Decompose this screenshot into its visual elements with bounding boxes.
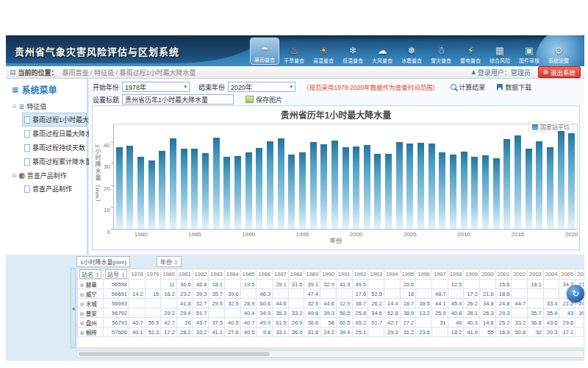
- col-station-sort-button[interactable]: 站名▲▼: [79, 269, 101, 279]
- year-col-1984[interactable]: 1984: [225, 269, 241, 280]
- year-col-1983[interactable]: 1983: [209, 269, 225, 280]
- value-cell-2005: 29.6: [559, 318, 576, 328]
- year-col-2005[interactable]: 2005: [559, 269, 576, 280]
- nav-snow[interactable]: ☃雪灾普查: [426, 38, 456, 65]
- year-col-1989[interactable]: 1989: [304, 269, 320, 280]
- save-image-button[interactable]: 保存图片: [245, 95, 282, 105]
- year-col-1993[interactable]: 1993: [368, 269, 384, 280]
- year-sort-button[interactable]: 年份 ▲▼: [157, 256, 182, 267]
- nav-map-review[interactable]: ▣图件审核: [514, 38, 544, 65]
- sidebar-item[interactable]: 暴雨过程累计降水量: [22, 155, 87, 169]
- risk-icon: ▦: [495, 45, 504, 57]
- expand-icon[interactable]: ⊕: [79, 311, 85, 317]
- tree-group[interactable]: ⊙≣特征值: [6, 99, 87, 113]
- value-cell-1983: 18.1: [209, 280, 225, 289]
- nav-risk[interactable]: ▦综合风险: [485, 38, 514, 65]
- value-cell-2004: 43.6: [543, 318, 559, 328]
- logout-button[interactable]: ⊗ 退出系统: [538, 66, 581, 78]
- breadcrumb-right: ♟ 登录用户：管理员 ⊗ 退出系统: [471, 66, 584, 78]
- table-row-56598[interactable]: ⊕赫章565981136.646.818.119.529.131.539.132…: [78, 280, 585, 289]
- col-id-header[interactable]: 站号▲▼: [103, 269, 129, 280]
- sidebar-item[interactable]: 普查产品制作: [22, 182, 87, 196]
- chart-title-input[interactable]: [122, 94, 234, 105]
- calculate-button[interactable]: 计算结果: [451, 82, 485, 92]
- bar-2007: [429, 144, 435, 229]
- start-year-select[interactable]: 1978年 ▾: [122, 82, 190, 92]
- save-image-label: 保存图片: [256, 95, 282, 105]
- table-row-56691[interactable]: ⊕威宁5669114.21516.223.239.335.739.646.347…: [78, 289, 585, 299]
- sidebar-item[interactable]: 暴雨过程1小时最大降水量: [22, 113, 87, 127]
- sidebar-item[interactable]: 暴雨过程持续天数: [22, 141, 87, 155]
- value-cell-1988: 26.9: [288, 318, 304, 328]
- year-col-1987[interactable]: 1987: [273, 269, 289, 280]
- year-col-1982[interactable]: 1982: [193, 269, 209, 280]
- year-col-2002[interactable]: 2002: [512, 269, 528, 280]
- lightning-icon: ⚡: [467, 45, 473, 57]
- table-body: ⊕赫章565981136.646.818.119.529.131.539.132…: [78, 280, 585, 337]
- year-col-1994[interactable]: 1994: [384, 269, 400, 280]
- year-col-1999[interactable]: 1999: [464, 269, 480, 280]
- nav-lightning[interactable]: ⚡雷电普查: [456, 38, 485, 65]
- year-col-2001[interactable]: 2001: [495, 269, 512, 280]
- nav-settings[interactable]: ⚙系统设置: [544, 38, 573, 65]
- horizontal-scrollbar[interactable]: [76, 350, 584, 358]
- year-col-2003[interactable]: 2003: [528, 269, 544, 280]
- end-year-select[interactable]: 2020年 ▾: [228, 82, 295, 92]
- table-row-56793[interactable]: ⊕盘州5679340.755.542.72643.737.540.540.749…: [78, 318, 585, 328]
- station-name: 普安: [86, 311, 97, 317]
- bar-2001: [364, 145, 370, 229]
- floating-widget-button[interactable]: ↻: [567, 285, 584, 302]
- year-col-1991[interactable]: 1991: [336, 269, 352, 280]
- year-col-1992[interactable]: 1992: [352, 269, 368, 280]
- year-col-1990[interactable]: 1990: [320, 269, 337, 280]
- table-row-56792[interactable]: ⊕普安5679229.229.451.740.434.935.333.249.6…: [78, 308, 585, 318]
- nav-low-temp[interactable]: ❄低温普查: [338, 38, 368, 65]
- year-col-2004[interactable]: 2004: [543, 269, 559, 280]
- nav-drought[interactable]: ♨干旱普查: [279, 38, 309, 65]
- sidebar-item-label: 普查产品制作: [32, 184, 72, 194]
- col-station-header[interactable]: 站名▲▼: [78, 269, 104, 280]
- year-col-1979[interactable]: 1979: [145, 269, 161, 280]
- year-col-1996[interactable]: 1996: [416, 269, 432, 280]
- year-col-2000[interactable]: 2000: [480, 269, 496, 280]
- panel-splitter[interactable]: ◀: [71, 268, 76, 348]
- table-row-56693[interactable]: ⊕水城5669341.832.729.532.528.960.644.632.5…: [78, 299, 585, 308]
- nav-wind[interactable]: ☁大风普查: [368, 38, 397, 65]
- table-toolbar: 1小时降水量(mm) 年份 ▲▼: [76, 256, 182, 267]
- bar-2014: [503, 139, 510, 229]
- value-cell-1994: [384, 289, 400, 299]
- station-id-cell: 56691: [103, 289, 129, 299]
- nav-rainstorm[interactable]: ☔暴雨普查: [250, 38, 279, 65]
- year-col-1980[interactable]: 1980: [161, 269, 177, 280]
- nav-high-temp[interactable]: ☀高温普查: [309, 38, 338, 65]
- value-cell-2006: 45: [576, 318, 584, 328]
- col-id-sort-button[interactable]: 站号▲▼: [105, 269, 127, 279]
- year-col-1998[interactable]: 1998: [448, 269, 464, 280]
- sort-icon: ▲▼: [121, 272, 125, 277]
- expand-icon[interactable]: ⊕: [79, 320, 85, 327]
- measure-select[interactable]: 1小时降水量(mm): [76, 256, 130, 267]
- year-col-1995[interactable]: 1995: [400, 269, 416, 280]
- year-col-1997[interactable]: 1997: [431, 269, 448, 280]
- measure-label: 1小时降水量(mm): [80, 258, 126, 266]
- expand-icon[interactable]: ⊕: [79, 330, 85, 336]
- year-col-1986[interactable]: 1986: [257, 269, 273, 280]
- year-col-1988[interactable]: 1988: [288, 269, 304, 280]
- value-cell-1982: 43.7: [193, 318, 209, 328]
- year-col-1981[interactable]: 1981: [176, 269, 193, 280]
- year-col-1985[interactable]: 1985: [240, 269, 257, 280]
- table-row-57606[interactable]: ⊕桐梓5760640.151.317.228.233.241.127.640.5…: [78, 328, 585, 337]
- sidebar-item[interactable]: 暴雨过程日最大降水量: [22, 127, 87, 141]
- value-cell-2003: 35.7: [528, 308, 544, 318]
- tree-group[interactable]: ⊙普查产品制作: [6, 169, 87, 182]
- scrollbar-thumb[interactable]: [79, 352, 270, 356]
- expand-icon[interactable]: ⊕: [79, 291, 85, 298]
- year-col-1978[interactable]: 1978: [129, 269, 145, 280]
- download-button[interactable]: 数据下载: [497, 82, 531, 92]
- value-cell-1996: [416, 280, 432, 289]
- value-cell-1985: 40.4: [240, 308, 257, 318]
- expand-icon[interactable]: ⊕: [79, 282, 85, 289]
- year-col-2006[interactable]: 2006: [576, 269, 584, 280]
- expand-icon[interactable]: ⊕: [79, 301, 85, 308]
- nav-hail[interactable]: ❅冰雹普查: [397, 38, 426, 65]
